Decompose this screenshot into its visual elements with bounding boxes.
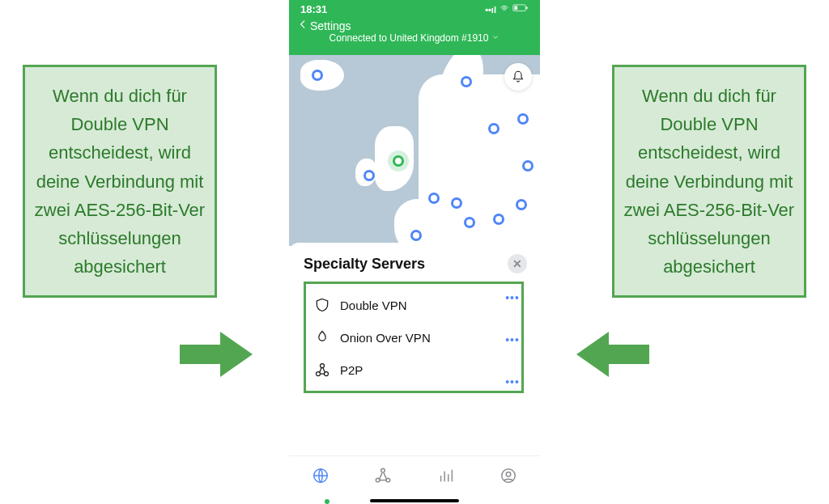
- map-server-dot[interactable]: [493, 214, 504, 225]
- callout-left-text: Wenn du dich für Double VPN entscheidest…: [35, 86, 205, 277]
- chevron-left-icon: [297, 19, 308, 32]
- nav-bar: Settings: [289, 15, 540, 32]
- app-header: 18:31 ••ıl Settings: [289, 0, 540, 55]
- status-time: 18:31: [300, 3, 327, 15]
- wifi-icon: [500, 4, 509, 15]
- globe-icon: [312, 467, 329, 485]
- svg-point-5: [321, 364, 325, 368]
- profile-icon: [500, 467, 517, 485]
- onion-icon: [314, 329, 330, 345]
- tab-profile[interactable]: [500, 467, 517, 485]
- double-vpn-icon: [314, 297, 330, 313]
- back-button[interactable]: Settings: [297, 19, 351, 32]
- map-server-dot[interactable]: [461, 76, 472, 87]
- status-dot-icon: [325, 499, 329, 504]
- server-map[interactable]: [289, 55, 540, 246]
- server-label: P2P: [340, 363, 363, 377]
- map-server-dot[interactable]: [428, 193, 440, 204]
- arrow-left-icon: [576, 332, 609, 377]
- map-server-dot[interactable]: [363, 170, 375, 181]
- server-options-button[interactable]: •••: [503, 288, 522, 307]
- callout-right-text: Wenn du dich für Double VPN entscheidest…: [624, 86, 794, 277]
- tab-stats[interactable]: [437, 467, 455, 485]
- chevron-down-icon: [491, 32, 500, 44]
- sheet-title: Specialty Servers: [304, 256, 425, 273]
- bottom-tab-bar: [289, 455, 540, 494]
- back-label: Settings: [310, 19, 351, 32]
- map-server-dot[interactable]: [451, 197, 462, 209]
- specialty-server-list: Double VPN Onion Over VPN P2P: [304, 282, 524, 393]
- notifications-button[interactable]: [504, 63, 532, 91]
- tab-network[interactable]: [374, 467, 392, 485]
- server-options-column: ••• ••• •••: [503, 288, 522, 392]
- server-row-double-vpn[interactable]: Double VPN: [306, 289, 521, 321]
- map-server-dot[interactable]: [517, 113, 529, 125]
- server-row-p2p[interactable]: P2P: [306, 354, 521, 386]
- arrow-right-icon: [220, 332, 253, 377]
- p2p-icon: [314, 362, 330, 378]
- home-indicator[interactable]: [370, 499, 459, 502]
- server-options-button[interactable]: •••: [503, 372, 522, 392]
- signal-icon: ••ıl: [485, 5, 496, 15]
- server-row-onion[interactable]: Onion Over VPN: [306, 321, 521, 354]
- svg-rect-2: [514, 6, 517, 10]
- server-label: Double VPN: [340, 299, 407, 312]
- map-server-dot[interactable]: [312, 70, 323, 81]
- connection-status: Connected to United Kingdom #1910: [329, 32, 489, 44]
- close-sheet-button[interactable]: ✕: [508, 254, 527, 273]
- battery-icon: [512, 4, 529, 15]
- map-server-dot[interactable]: [410, 230, 422, 241]
- phone-screenshot: 18:31 ••ıl Settings: [289, 0, 540, 504]
- map-server-dot[interactable]: [516, 199, 527, 210]
- server-label: Onion Over VPN: [340, 331, 431, 345]
- map-server-dot-connected[interactable]: [393, 155, 404, 167]
- server-options-button[interactable]: •••: [503, 330, 522, 349]
- map-server-dot[interactable]: [488, 123, 500, 134]
- callout-left: Wenn du dich für Double VPN entscheidest…: [23, 65, 217, 298]
- map-server-dot[interactable]: [464, 217, 475, 228]
- close-icon: ✕: [512, 257, 522, 270]
- map-server-dot[interactable]: [522, 160, 534, 172]
- svg-point-9: [381, 468, 385, 472]
- status-bar: 18:31 ••ıl: [289, 0, 540, 15]
- svg-rect-1: [526, 6, 528, 9]
- connection-status-row[interactable]: Connected to United Kingdom #1910: [289, 32, 540, 47]
- bell-icon: [512, 70, 525, 83]
- bars-icon: [437, 467, 455, 485]
- tab-home[interactable]: [312, 467, 329, 485]
- network-icon: [374, 467, 392, 485]
- svg-point-11: [507, 472, 512, 476]
- callout-right: Wenn du dich für Double VPN entscheidest…: [612, 65, 806, 298]
